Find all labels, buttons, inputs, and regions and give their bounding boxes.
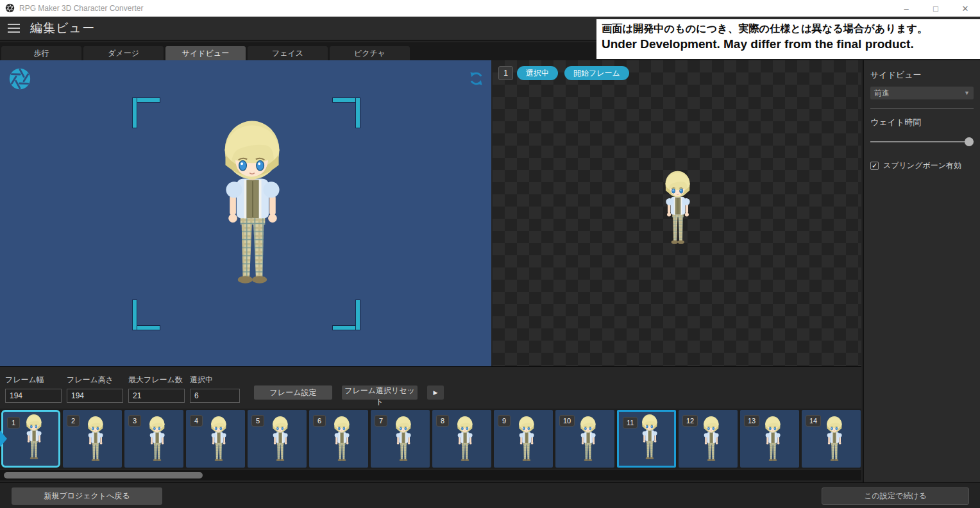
frame-number-badge: 11 bbox=[623, 417, 638, 428]
frame-number-badge: 14 bbox=[806, 415, 821, 427]
frame-number-badge: 9 bbox=[498, 415, 511, 427]
title-bar: RPG Maker 3D Character Converter – □ ✕ bbox=[0, 0, 980, 17]
max-frames-field: 最大フレーム数 bbox=[128, 375, 185, 403]
frame-width-input[interactable] bbox=[5, 389, 62, 403]
frame-thumbnail-character bbox=[516, 414, 537, 465]
frame-tile[interactable]: 2 bbox=[63, 410, 122, 468]
rotate-view-icon[interactable] bbox=[468, 71, 484, 87]
minimize-button[interactable]: – bbox=[891, 0, 921, 17]
frame-number-badge: 13 bbox=[744, 415, 759, 427]
frame-number-badge: 4 bbox=[190, 415, 203, 427]
frame-tile[interactable]: 13 bbox=[740, 410, 799, 468]
disclaimer-japanese: 画面は開発中のものにつき、実際の仕様とは異なる場合があります。 bbox=[602, 22, 975, 36]
frame-thumbnail-character bbox=[455, 414, 475, 465]
play-button[interactable]: ▶ bbox=[427, 385, 444, 400]
direction-value: 前進 bbox=[874, 88, 964, 99]
slider-handle[interactable] bbox=[965, 137, 974, 146]
spring-bone-label: スプリングボーン有効 bbox=[883, 160, 961, 171]
frame-thumbnail-character bbox=[24, 412, 44, 463]
frame-thumbnail-character bbox=[578, 414, 598, 465]
frame-tile[interactable]: 8 bbox=[432, 410, 491, 468]
close-button[interactable]: ✕ bbox=[950, 0, 980, 17]
frame-tile[interactable]: 14 bbox=[802, 410, 861, 468]
frame-thumbnail-character bbox=[270, 414, 291, 465]
current-frame-badge: 1 bbox=[498, 66, 513, 80]
selected-state-button[interactable]: 選択中 bbox=[517, 66, 558, 80]
slider-track bbox=[870, 141, 974, 142]
frame-thumbnail-character bbox=[332, 414, 352, 465]
start-frame-button[interactable]: 開始フレーム bbox=[564, 66, 629, 80]
filmstrip-scrollbar[interactable] bbox=[0, 470, 861, 480]
menu-icon[interactable] bbox=[8, 24, 20, 33]
frame-tile[interactable]: 6 bbox=[309, 410, 368, 468]
max-frames-input[interactable] bbox=[128, 389, 185, 403]
frame-thumbnail-character bbox=[701, 414, 722, 465]
frame-number-badge: 3 bbox=[128, 415, 141, 427]
page-title: 編集ビュー bbox=[30, 20, 95, 37]
sidebar-divider bbox=[870, 108, 974, 109]
aperture-icon[interactable] bbox=[8, 67, 32, 91]
scrollbar-thumb[interactable] bbox=[4, 472, 203, 478]
frame-number-badge: 10 bbox=[559, 415, 575, 427]
frame-number-badge: 8 bbox=[436, 415, 449, 427]
spring-bone-row: ✓ スプリングボーン有効 bbox=[870, 160, 974, 171]
maximize-button[interactable]: □ bbox=[921, 0, 950, 17]
frame-controls-bar: フレーム幅 フレーム高さ 最大フレーム数 選択中 フレーム設定 フレーム選択リセ… bbox=[0, 366, 861, 409]
settings-sidebar: サイドビュー 前進 ▼ ウェイト時間 ✓ スプリングボーン有効 bbox=[863, 60, 980, 482]
frame-number-badge: 6 bbox=[313, 415, 326, 427]
tab-picture[interactable]: ピクチャ bbox=[330, 46, 410, 60]
sprite-preview-panel: 1 選択中 開始フレーム bbox=[493, 60, 861, 366]
frame-number-badge: 2 bbox=[67, 415, 80, 427]
crop-corner-bottom-right[interactable] bbox=[332, 300, 360, 330]
frame-thumbnail-character bbox=[85, 414, 106, 465]
frame-tile[interactable]: 1 bbox=[1, 410, 60, 468]
current-frame-marker-icon bbox=[0, 430, 7, 447]
crop-corner-bottom-left[interactable] bbox=[132, 300, 160, 330]
tab-damage[interactable]: ダメージ bbox=[83, 46, 164, 60]
disclaimer-english: Under Development. May differ from the f… bbox=[602, 37, 975, 51]
frame-tile[interactable]: 5 bbox=[248, 410, 307, 468]
tab-walk[interactable]: 歩行 bbox=[1, 46, 81, 60]
selected-count-label: 選択中 bbox=[190, 375, 240, 385]
crop-corner-top-right[interactable] bbox=[332, 97, 360, 128]
window-title: RPG Maker 3D Character Converter bbox=[19, 4, 143, 13]
frame-thumbnail-character bbox=[208, 414, 229, 465]
crop-corner-top-left[interactable] bbox=[132, 97, 160, 128]
filmstrip: 1 2 3 4 5 bbox=[0, 409, 861, 469]
frame-tile[interactable]: 12 bbox=[679, 410, 738, 468]
frame-height-input[interactable] bbox=[67, 389, 123, 403]
wait-time-slider[interactable] bbox=[870, 137, 974, 146]
frame-number-badge: 1 bbox=[7, 417, 20, 428]
spring-bone-checkbox[interactable]: ✓ bbox=[870, 162, 879, 170]
frame-number-badge: 5 bbox=[251, 415, 264, 427]
frame-selection-reset-button[interactable]: フレーム選択リセット bbox=[342, 385, 418, 400]
continue-with-settings-button[interactable]: この設定で続ける bbox=[822, 487, 969, 505]
frame-width-label: フレーム幅 bbox=[5, 375, 62, 385]
character-model bbox=[215, 112, 290, 298]
frame-tile[interactable]: 9 bbox=[494, 410, 553, 468]
frame-height-label: フレーム高さ bbox=[67, 375, 123, 385]
frame-thumbnail-character bbox=[763, 414, 783, 465]
frame-thumbnail-character bbox=[639, 412, 660, 463]
window-controls: – □ ✕ bbox=[891, 0, 980, 17]
side-view-section-label: サイドビュー bbox=[870, 69, 974, 81]
wait-time-label: ウェイト時間 bbox=[870, 117, 974, 128]
footer-bar: 新規プロジェクトへ戻る この設定で続ける bbox=[0, 482, 980, 508]
frame-tile[interactable]: 7 bbox=[371, 410, 430, 468]
development-disclaimer: 画面は開発中のものにつき、実際の仕様とは異なる場合があります。 Under De… bbox=[596, 19, 980, 59]
selected-count-field: 選択中 bbox=[190, 375, 240, 403]
tab-side-view[interactable]: サイドビュー bbox=[165, 46, 246, 60]
frame-settings-button[interactable]: フレーム設定 bbox=[254, 385, 332, 400]
tab-face[interactable]: フェイス bbox=[248, 46, 328, 60]
character-viewport[interactable] bbox=[0, 60, 491, 366]
back-to-new-project-button[interactable]: 新規プロジェクトへ戻る bbox=[12, 487, 162, 505]
frame-tile[interactable]: 10 bbox=[555, 410, 614, 468]
frame-number-badge: 7 bbox=[375, 415, 387, 427]
app-logo-icon bbox=[5, 3, 15, 13]
direction-dropdown[interactable]: 前進 ▼ bbox=[870, 87, 974, 99]
selected-count-input[interactable] bbox=[190, 389, 240, 403]
frame-tile[interactable]: 11 bbox=[617, 410, 676, 468]
frame-tile[interactable]: 4 bbox=[186, 410, 245, 468]
frame-tile[interactable]: 3 bbox=[124, 410, 183, 468]
frame-number-badge: 12 bbox=[682, 415, 698, 427]
